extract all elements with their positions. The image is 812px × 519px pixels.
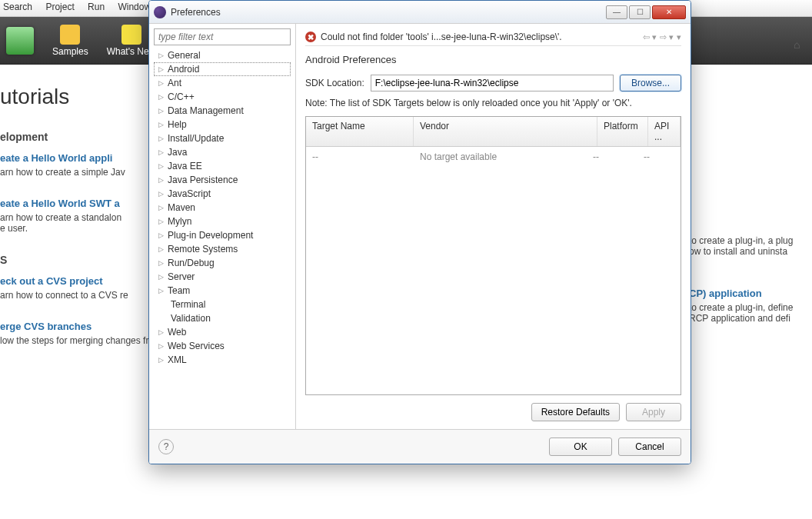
tree-item-javascript[interactable]: ▷JavaScript — [154, 187, 291, 201]
tree-item-team[interactable]: ▷Team — [154, 284, 291, 298]
tree-item-data-management[interactable]: ▷Data Management — [154, 104, 291, 118]
preferences-tree[interactable]: ▷General▷Android▷Ant▷C/C++▷Data Manageme… — [154, 48, 291, 424]
th-target-name[interactable]: Target Name — [306, 117, 414, 146]
error-bar: ✖ Could not find folder 'tools' i...se-j… — [305, 28, 681, 46]
right-desc: to create a plug-in, a plug — [689, 235, 812, 246]
tree-item-label: Install/Update — [168, 133, 224, 144]
tree-item-java-ee[interactable]: ▷Java EE — [154, 159, 291, 173]
expand-arrow-icon[interactable]: ▷ — [157, 273, 165, 281]
star-icon — [121, 25, 141, 45]
tree-item-java[interactable]: ▷Java — [154, 145, 291, 159]
expand-arrow-icon[interactable]: ▷ — [157, 287, 165, 295]
tree-item-label: General — [168, 50, 201, 61]
expand-arrow-icon[interactable]: ▷ — [157, 204, 165, 212]
expand-arrow-icon[interactable]: ▷ — [157, 190, 165, 198]
home-icon[interactable]: ⌂ — [794, 38, 806, 51]
toolbar-samples[interactable]: Samples — [52, 25, 88, 57]
tree-item-general[interactable]: ▷General — [154, 48, 291, 62]
apply-button[interactable]: Apply — [626, 403, 681, 421]
maximize-button[interactable]: ☐ — [629, 5, 651, 19]
expand-arrow-icon[interactable]: ▷ — [157, 162, 165, 171]
expand-arrow-icon[interactable]: ▷ — [157, 135, 165, 143]
right-desc: RCP application and defi — [689, 313, 812, 324]
browse-button[interactable]: Browse... — [620, 75, 681, 91]
expand-arrow-icon[interactable]: ▷ — [157, 218, 165, 226]
tree-item-label: Mylyn — [168, 216, 191, 227]
tree-item-web[interactable]: ▷Web — [154, 325, 291, 339]
expand-arrow-icon[interactable]: ▷ — [157, 148, 165, 157]
samples-icon — [60, 25, 80, 45]
right-desc: to create a plug-in, define — [689, 302, 812, 313]
th-vendor[interactable]: Vendor — [414, 117, 597, 146]
tree-item-label: Java EE — [168, 161, 202, 171]
tree-item-label: Android — [168, 64, 199, 75]
tree-item-xml[interactable]: ▷XML — [154, 353, 291, 367]
tree-item-label: Team — [168, 285, 190, 296]
back-icon[interactable]: ⇦ ▾ — [643, 32, 657, 42]
menu-dropdown-icon[interactable]: ▾ — [677, 32, 681, 42]
tree-item-c-c-[interactable]: ▷C/C++ — [154, 90, 291, 104]
expand-arrow-icon[interactable]: ▷ — [157, 245, 165, 254]
tree-item-terminal[interactable]: Terminal — [154, 298, 291, 311]
tree-item-remote-systems[interactable]: ▷Remote Systems — [154, 242, 291, 256]
eclipse-icon — [154, 6, 166, 18]
expand-arrow-icon[interactable]: ▷ — [157, 79, 165, 88]
tree-item-validation[interactable]: Validation — [154, 311, 291, 325]
right-column: to create a plug-in, a plug ow to instal… — [689, 235, 812, 324]
tutorial-link[interactable]: CP) application — [689, 288, 812, 299]
minimize-button[interactable]: — — [606, 5, 627, 19]
expand-arrow-icon[interactable]: ▷ — [157, 52, 165, 60]
error-icon: ✖ — [305, 32, 316, 42]
tree-item-java-persistence[interactable]: ▷Java Persistence — [154, 173, 291, 187]
tree-item-plug-in-development[interactable]: ▷Plug-in Development — [154, 228, 291, 242]
tree-item-ant[interactable]: ▷Ant — [154, 76, 291, 90]
tree-item-label: XML — [168, 354, 187, 365]
expand-arrow-icon[interactable]: ▷ — [157, 356, 165, 364]
sdk-location-label: SDK Location: — [305, 78, 364, 88]
sdk-targets-table[interactable]: Target Name Vendor Platform API ... -- N… — [305, 116, 681, 395]
tree-item-label: Server — [168, 271, 195, 282]
close-button[interactable]: ✕ — [652, 5, 686, 19]
tree-item-help[interactable]: ▷Help — [154, 118, 291, 131]
forward-icon[interactable]: ⇨ ▾ — [660, 32, 674, 42]
expand-arrow-icon[interactable]: ▷ — [157, 231, 165, 240]
expand-arrow-icon[interactable]: ▷ — [157, 121, 165, 129]
tree-item-install-update[interactable]: ▷Install/Update — [154, 131, 291, 145]
ok-button[interactable]: OK — [549, 437, 612, 456]
sdk-location-input[interactable] — [371, 75, 614, 91]
tree-item-label: C/C++ — [168, 91, 195, 102]
note-text: Note: The list of SDK Targets below is o… — [305, 98, 681, 108]
expand-arrow-icon[interactable]: ▷ — [157, 176, 165, 185]
filter-input[interactable] — [154, 28, 291, 45]
tree-item-android[interactable]: ▷Android — [154, 62, 291, 76]
tree-item-run-debug[interactable]: ▷Run/Debug — [154, 256, 291, 270]
error-text: Could not find folder 'tools' i...se-jee… — [321, 32, 638, 42]
tree-item-mylyn[interactable]: ▷Mylyn — [154, 215, 291, 228]
th-api[interactable]: API ... — [648, 117, 681, 146]
menu-window[interactable]: Window — [118, 2, 151, 12]
restore-defaults-button[interactable]: Restore Defaults — [531, 403, 620, 421]
tree-item-label: Java Persistence — [168, 175, 238, 185]
th-platform[interactable]: Platform — [597, 117, 648, 146]
tree-item-server[interactable]: ▷Server — [154, 270, 291, 284]
expand-arrow-icon[interactable]: ▷ — [157, 342, 165, 351]
td-api: -- — [644, 151, 674, 162]
dialog-titlebar[interactable]: Preferences — ☐ ✕ — [149, 1, 691, 24]
help-icon[interactable]: ? — [158, 439, 174, 454]
expand-arrow-icon[interactable]: ▷ — [157, 328, 165, 337]
td-vendor: No target available — [420, 151, 593, 162]
menu-search[interactable]: Search — [3, 2, 32, 12]
cancel-button[interactable]: Cancel — [618, 437, 681, 456]
tree-item-label: JavaScript — [168, 188, 211, 199]
expand-arrow-icon[interactable]: ▷ — [157, 65, 165, 74]
tree-item-maven[interactable]: ▷Maven — [154, 201, 291, 215]
page-heading: Android Preferences — [305, 54, 681, 65]
expand-arrow-icon[interactable]: ▷ — [157, 107, 165, 115]
expand-arrow-icon[interactable]: ▷ — [157, 93, 165, 101]
tree-item-label: Web Services — [168, 341, 225, 351]
tree-item-web-services[interactable]: ▷Web Services — [154, 339, 291, 353]
menu-run[interactable]: Run — [88, 2, 105, 12]
expand-arrow-icon[interactable]: ▷ — [157, 259, 165, 268]
menu-project[interactable]: Project — [45, 2, 74, 12]
overview-icon[interactable] — [6, 27, 34, 55]
